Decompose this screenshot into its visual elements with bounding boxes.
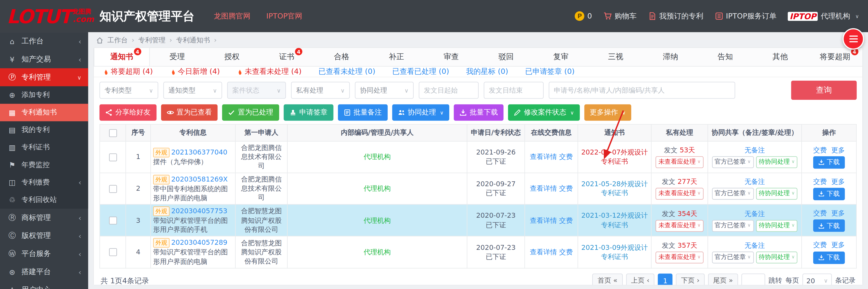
download-button[interactable]: 下载 bbox=[813, 220, 845, 232]
apply-seal-button[interactable]: 申请签章 bbox=[283, 104, 333, 121]
patent-type-select[interactable]: 专利类型 bbox=[99, 82, 158, 99]
private-status-select[interactable]: 未查看应处理 bbox=[656, 252, 704, 263]
cart-button[interactable]: 购物车 bbox=[603, 11, 637, 21]
note-link[interactable]: 无备注 bbox=[745, 178, 765, 186]
notice-link[interactable]: 2021-03-12外观设计专利证书 bbox=[581, 212, 648, 229]
tab-late-fee[interactable]: 滞纳 bbox=[643, 48, 698, 66]
pay-link[interactable]: 交费 bbox=[559, 248, 573, 256]
tab-three-view[interactable]: 三视 bbox=[588, 48, 643, 66]
notice-link[interactable]: 2022-01-07外观设计专利证书 bbox=[581, 148, 648, 165]
quick-filter-starred[interactable]: 我的星标 (0) bbox=[466, 67, 508, 77]
tab-correction[interactable]: 补正 bbox=[369, 48, 424, 66]
floating-menu-button[interactable] bbox=[843, 28, 864, 50]
prev-page-button[interactable]: 上页 ‹ bbox=[626, 274, 655, 285]
nav-lotut-site-link[interactable]: 龙图腾官网 bbox=[214, 11, 250, 21]
mark-viewed-button[interactable]: 置为已查看 bbox=[161, 104, 217, 121]
collab-status-select[interactable]: 待协同处理 bbox=[756, 188, 798, 200]
tab-certificate[interactable]: 证书4 bbox=[259, 48, 314, 66]
quick-filter-viewed-unhandled[interactable]: 已查看未处理 (0) bbox=[318, 67, 375, 77]
tab-grant[interactable]: 授权 bbox=[205, 48, 259, 66]
dispatch-date-end-input[interactable] bbox=[484, 82, 544, 99]
collab-handle-button[interactable]: 协同处理 bbox=[392, 104, 449, 121]
breadcrumb-patent-management[interactable]: 专利管理 bbox=[138, 35, 165, 45]
sidebar-item-add-patent[interactable]: ⊕ 添加专利 bbox=[0, 86, 88, 104]
tab-notices[interactable]: 通知书4 bbox=[94, 48, 150, 66]
case-status-select[interactable]: 案件状态 bbox=[227, 82, 286, 99]
breadcrumb-patent-notices[interactable]: 专利通知书 bbox=[176, 35, 210, 45]
collab-status-select[interactable]: 待协同处理 bbox=[756, 156, 798, 168]
pay-action-link[interactable]: 交费 bbox=[813, 209, 827, 218]
next-page-button[interactable]: 下页 › bbox=[676, 274, 705, 285]
jump-page-input[interactable] bbox=[741, 274, 765, 285]
more-action-link[interactable]: 更多 bbox=[831, 177, 845, 186]
sidebar-item-patent-certificates[interactable]: ▥ 专利证书 bbox=[0, 139, 88, 156]
search-button[interactable]: 查询 bbox=[791, 81, 857, 100]
quick-filter-new-today[interactable]: 今日新增 (4) bbox=[170, 67, 220, 77]
last-page-button[interactable]: 尾页 » bbox=[708, 274, 738, 285]
seal-status-select[interactable]: 官方已签章 bbox=[712, 188, 754, 200]
tab-other[interactable]: 其他 bbox=[753, 48, 807, 66]
seal-status-select[interactable]: 官方已签章 bbox=[712, 252, 754, 263]
view-detail-link[interactable]: 查看详情 bbox=[530, 216, 557, 224]
iptop-orders-button[interactable]: IPTOP服务订单 bbox=[715, 11, 777, 21]
more-action-link[interactable]: 更多 bbox=[831, 209, 845, 218]
patent-number-link[interactable]: 2020304057289 bbox=[171, 239, 227, 247]
note-link[interactable]: 无备注 bbox=[745, 241, 765, 249]
patent-number-link[interactable]: 202030581269X bbox=[171, 175, 228, 183]
sidebar-item-trademark-management[interactable]: Ⓡ 商标管理 bbox=[0, 209, 88, 227]
row-checkbox[interactable] bbox=[109, 248, 117, 256]
pay-link[interactable]: 交费 bbox=[559, 153, 573, 161]
pay-action-link[interactable]: 交费 bbox=[813, 145, 827, 154]
tab-examination[interactable]: 审查 bbox=[424, 48, 479, 66]
nav-iptop-site-link[interactable]: IPTOP官网 bbox=[266, 11, 302, 21]
agency-account-menu[interactable]: IPTOP 代理机构 bbox=[788, 11, 859, 21]
note-link[interactable]: 无备注 bbox=[745, 210, 765, 217]
reserved-patents-button[interactable]: 我预订的专利 bbox=[648, 11, 704, 21]
tab-qualified[interactable]: 合格 bbox=[314, 48, 369, 66]
sidebar-item-my-patents[interactable]: ▤ 我的专利 bbox=[0, 121, 88, 139]
download-button[interactable]: 下载 bbox=[813, 188, 845, 200]
sidebar-item-annual-fee-monitor[interactable]: ⚑ 年费监控 bbox=[0, 156, 88, 174]
page-1-button[interactable]: 1 bbox=[658, 274, 673, 285]
view-detail-link[interactable]: 查看详情 bbox=[530, 184, 557, 192]
view-detail-link[interactable]: 查看详情 bbox=[530, 248, 557, 256]
collab-handle-select[interactable]: 协同处理 bbox=[355, 82, 414, 99]
row-checkbox[interactable] bbox=[109, 185, 117, 192]
more-action-link[interactable]: 更多 bbox=[831, 145, 845, 154]
sidebar-item-copyright-management[interactable]: Ⓒ 版权管理 bbox=[0, 227, 88, 245]
more-actions-button[interactable]: 更多操作 bbox=[584, 104, 631, 121]
tab-rejection[interactable]: 驳回 bbox=[479, 48, 533, 66]
private-status-select[interactable]: 未查看应处理 bbox=[656, 156, 704, 168]
pay-link[interactable]: 交费 bbox=[559, 216, 573, 224]
tab-expiring[interactable]: 将要超期4 bbox=[807, 48, 862, 66]
row-checkbox[interactable] bbox=[109, 217, 117, 224]
pay-link[interactable]: 交费 bbox=[559, 184, 573, 192]
seal-status-select[interactable]: 官方已签章 bbox=[712, 220, 754, 232]
view-detail-link[interactable]: 查看详情 bbox=[530, 153, 557, 161]
download-button[interactable]: 下载 bbox=[813, 251, 845, 264]
pay-action-link[interactable]: 交费 bbox=[813, 241, 827, 250]
quick-filter-viewed-handled[interactable]: 已查看已处理 (0) bbox=[392, 67, 449, 77]
keyword-input[interactable] bbox=[549, 82, 735, 99]
patent-number-link[interactable]: 2020304057753 bbox=[171, 207, 227, 215]
private-status-select[interactable]: 未查看应处理 bbox=[656, 188, 704, 200]
points-balance[interactable]: P 0 bbox=[575, 11, 592, 21]
first-page-button[interactable]: 首页 « bbox=[592, 274, 623, 285]
collab-status-select[interactable]: 待协同处理 bbox=[756, 252, 798, 263]
note-link[interactable]: 无备注 bbox=[745, 146, 765, 154]
sidebar-item-user-center[interactable]: ♙ 用户中心 bbox=[0, 281, 88, 289]
quick-filter-seal-applied[interactable]: 已申请签章 (0) bbox=[525, 67, 575, 77]
sidebar-item-patent-notices[interactable]: ▦ 专利通知书 bbox=[0, 104, 88, 121]
logo[interactable]: LOTUT 龙图腾 .com bbox=[7, 6, 94, 26]
sidebar-item-ip-trade[interactable]: ¥ 知产交易 bbox=[0, 50, 88, 68]
pay-action-link[interactable]: 交费 bbox=[813, 177, 827, 186]
batch-download-button[interactable]: 批量下载 bbox=[454, 104, 504, 121]
more-action-link[interactable]: 更多 bbox=[831, 241, 845, 250]
sidebar-item-workbench[interactable]: ⌂ 工作台 bbox=[0, 32, 88, 50]
tab-reexamination[interactable]: 复审 bbox=[533, 48, 588, 66]
sidebar-item-patent-recycle-bin[interactable]: ♲ 专利回收站 bbox=[0, 191, 88, 209]
notice-link[interactable]: 2021-03-09外观设计专利证书 bbox=[581, 244, 648, 260]
dispatch-date-start-input[interactable] bbox=[419, 82, 479, 99]
sidebar-item-platform-services[interactable]: Ⓦ 平台服务 bbox=[0, 245, 88, 263]
patent-number-link[interactable]: 2021306377040 bbox=[171, 148, 227, 156]
